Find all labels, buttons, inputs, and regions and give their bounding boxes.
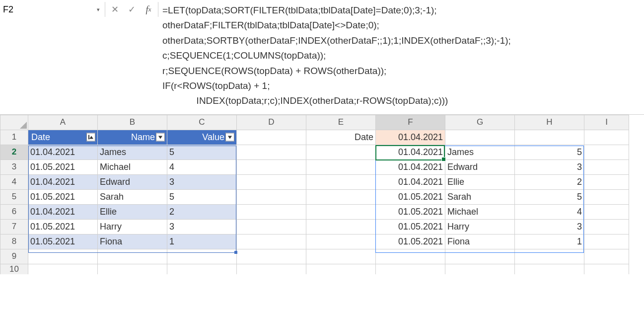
cell[interactable] bbox=[237, 159, 306, 174]
cell[interactable] bbox=[306, 159, 376, 174]
cell[interactable] bbox=[306, 145, 376, 159]
select-all-corner[interactable] bbox=[0, 115, 28, 130]
result-cell[interactable]: 01.05.2021 bbox=[376, 234, 445, 249]
table-cell[interactable]: Ellie bbox=[98, 204, 167, 219]
result-cell[interactable]: James bbox=[445, 145, 515, 159]
table-cell[interactable]: 01.04.2021 bbox=[28, 145, 98, 159]
cell[interactable] bbox=[515, 249, 584, 264]
cell[interactable] bbox=[445, 130, 515, 145]
result-cell[interactable]: 5 bbox=[515, 145, 584, 159]
name-box-input[interactable] bbox=[3, 4, 95, 15]
result-cell[interactable]: 01.05.2021 bbox=[376, 219, 445, 234]
filter-icon[interactable] bbox=[225, 133, 234, 142]
table-cell[interactable]: 01.04.2021 bbox=[28, 204, 98, 219]
table-cell[interactable]: Fiona bbox=[98, 234, 167, 249]
table-cell[interactable]: 3 bbox=[167, 219, 237, 234]
col-header-E[interactable]: E bbox=[306, 115, 376, 130]
table-cell[interactable]: 01.05.2021 bbox=[28, 219, 98, 234]
lookup-value[interactable]: 01.04.2021 bbox=[376, 130, 445, 145]
result-cell[interactable]: 01.05.2021 bbox=[376, 189, 445, 204]
cell[interactable] bbox=[584, 159, 629, 174]
cell[interactable] bbox=[237, 219, 306, 234]
cell[interactable] bbox=[306, 204, 376, 219]
table-cell[interactable]: James bbox=[98, 145, 167, 159]
cell[interactable] bbox=[584, 174, 629, 189]
table-cell[interactable]: Michael bbox=[98, 159, 167, 174]
row-header[interactable]: 6 bbox=[0, 204, 28, 219]
table-header-name[interactable]: Name bbox=[98, 130, 167, 145]
cell[interactable] bbox=[167, 249, 237, 264]
cell[interactable] bbox=[584, 145, 629, 159]
result-cell[interactable]: Ellie bbox=[445, 174, 515, 189]
result-cell[interactable]: 01.04.2021 bbox=[376, 159, 445, 174]
row-header[interactable]: 2 bbox=[0, 145, 28, 159]
cell[interactable] bbox=[306, 189, 376, 204]
row-header[interactable]: 4 bbox=[0, 174, 28, 189]
row-header[interactable]: 8 bbox=[0, 234, 28, 249]
cell[interactable] bbox=[237, 204, 306, 219]
cell[interactable] bbox=[584, 130, 629, 145]
chevron-down-icon[interactable]: ▾ bbox=[95, 6, 102, 13]
result-cell[interactable]: 01.05.2021 bbox=[376, 204, 445, 219]
worksheet-grid[interactable]: A B C D E F G H I 1 Date Name Value bbox=[0, 115, 644, 274]
table-cell[interactable]: 01.05.2021 bbox=[28, 234, 98, 249]
cell[interactable] bbox=[584, 219, 629, 234]
result-cell[interactable]: 3 bbox=[515, 219, 584, 234]
formula-input[interactable] bbox=[162, 3, 640, 109]
result-cell[interactable]: 5 bbox=[515, 189, 584, 204]
cell[interactable] bbox=[306, 174, 376, 189]
row-header[interactable]: 5 bbox=[0, 189, 28, 204]
cell[interactable] bbox=[237, 174, 306, 189]
cell[interactable] bbox=[167, 264, 237, 274]
cell[interactable] bbox=[237, 234, 306, 249]
table-cell[interactable]: Sarah bbox=[98, 189, 167, 204]
result-cell[interactable]: 1 bbox=[515, 234, 584, 249]
cell[interactable] bbox=[584, 264, 629, 274]
col-header-A[interactable]: A bbox=[28, 115, 98, 130]
cell[interactable] bbox=[237, 189, 306, 204]
cell[interactable] bbox=[28, 264, 98, 274]
fx-icon[interactable]: fx bbox=[142, 3, 155, 16]
filter-sort-icon[interactable] bbox=[86, 133, 95, 142]
filter-icon[interactable] bbox=[156, 133, 165, 142]
cell[interactable] bbox=[584, 234, 629, 249]
cell[interactable] bbox=[306, 264, 376, 274]
col-header-F[interactable]: F bbox=[376, 115, 445, 130]
table-header-date[interactable]: Date bbox=[28, 130, 98, 145]
cell[interactable] bbox=[584, 249, 629, 264]
table-header-value[interactable]: Value bbox=[167, 130, 237, 145]
result-cell[interactable]: Sarah bbox=[445, 189, 515, 204]
col-header-D[interactable]: D bbox=[237, 115, 306, 130]
result-cell[interactable]: 2 bbox=[515, 174, 584, 189]
result-cell[interactable]: 01.04.2021 bbox=[376, 145, 445, 159]
table-cell[interactable]: 3 bbox=[167, 174, 237, 189]
cell[interactable] bbox=[584, 189, 629, 204]
cell[interactable] bbox=[237, 145, 306, 159]
cell[interactable] bbox=[306, 249, 376, 264]
row-header[interactable]: 1 bbox=[0, 130, 28, 145]
cancel-icon[interactable]: ✕ bbox=[108, 3, 121, 16]
result-cell[interactable]: 3 bbox=[515, 159, 584, 174]
lookup-label[interactable]: Date bbox=[306, 130, 376, 145]
table-cell[interactable]: 2 bbox=[167, 204, 237, 219]
cell[interactable] bbox=[28, 249, 98, 264]
col-header-H[interactable]: H bbox=[515, 115, 584, 130]
table-cell[interactable]: 5 bbox=[167, 189, 237, 204]
table-cell[interactable]: 1 bbox=[167, 234, 237, 249]
cell[interactable] bbox=[306, 219, 376, 234]
cell[interactable] bbox=[306, 234, 376, 249]
cell[interactable] bbox=[98, 264, 167, 274]
table-cell[interactable]: Harry bbox=[98, 219, 167, 234]
cell[interactable] bbox=[237, 249, 306, 264]
result-cell[interactable]: Michael bbox=[445, 204, 515, 219]
row-header[interactable]: 10 bbox=[0, 264, 28, 274]
col-header-I[interactable]: I bbox=[584, 115, 629, 130]
name-box[interactable]: ▾ bbox=[0, 2, 105, 17]
cell[interactable] bbox=[515, 130, 584, 145]
cell[interactable] bbox=[515, 264, 584, 274]
table-cell[interactable]: 4 bbox=[167, 159, 237, 174]
result-cell[interactable]: 01.04.2021 bbox=[376, 174, 445, 189]
cell[interactable] bbox=[237, 130, 306, 145]
table-cell[interactable]: 01.04.2021 bbox=[28, 174, 98, 189]
result-cell[interactable]: 4 bbox=[515, 204, 584, 219]
